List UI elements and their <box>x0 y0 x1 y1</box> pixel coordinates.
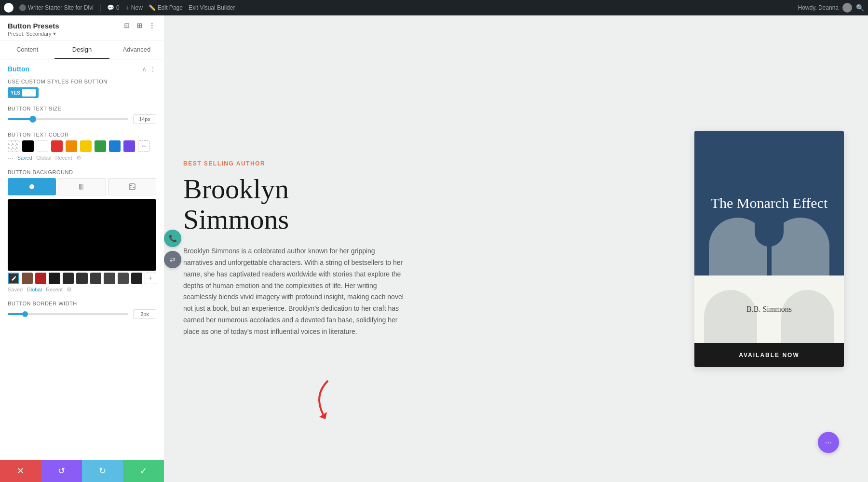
plus-icon: + <box>125 4 129 12</box>
redo-icon: ↻ <box>99 466 106 476</box>
color-red[interactable] <box>51 140 63 152</box>
custom-styles-field: Use Custom Styles For Button YES <box>8 79 156 98</box>
available-now-button[interactable]: AVAILABLE NOW <box>694 343 844 367</box>
new-link[interactable]: + New <box>125 4 143 12</box>
divi-phone-icon[interactable]: 📞 <box>164 230 181 247</box>
tab-content[interactable]: Content <box>0 41 54 59</box>
dots-icon: ··· <box>825 438 832 448</box>
more-icon[interactable]: ⋮ <box>148 21 156 30</box>
bg-type-row <box>8 178 156 195</box>
color-white[interactable] <box>37 140 48 152</box>
divi-swap-icon[interactable]: ⇄ <box>164 251 181 268</box>
color-black[interactable] <box>22 140 34 152</box>
preset-label: Preset: Secondary <box>8 31 52 37</box>
bg-brush-icon[interactable] <box>8 273 19 284</box>
wordpress-icon[interactable] <box>4 3 14 13</box>
top-bar-right: Howdy, Deanna 🔍 <box>798 3 865 13</box>
bg-color-btn[interactable] <box>8 178 56 195</box>
text-color-label: Button Text Color <box>8 132 156 138</box>
responsive-icon[interactable]: ⊡ <box>122 21 131 30</box>
text-size-value[interactable]: 14px <box>133 114 156 124</box>
section-more-icon[interactable]: ⋮ <box>149 65 156 73</box>
bg-swatch-9[interactable] <box>131 273 142 284</box>
tab-advanced[interactable]: Advanced <box>109 41 164 59</box>
top-bar: Writer Starter Site for Divi | 💬 0 + New… <box>0 0 868 15</box>
color-custom[interactable]: ✏ <box>138 140 149 152</box>
site-link[interactable]: Writer Starter Site for Divi <box>19 4 94 11</box>
bg-swatch-5[interactable] <box>76 273 87 284</box>
divi-options-fab[interactable]: ··· <box>818 432 839 453</box>
comment-icon: 💬 <box>107 4 114 11</box>
redo-button[interactable]: ↻ <box>82 460 123 482</box>
color-orange[interactable] <box>66 140 77 152</box>
recent-label[interactable]: Recent <box>55 155 72 161</box>
border-width-value[interactable]: 2px <box>133 309 156 319</box>
bg-saved-label[interactable]: Saved <box>8 287 23 292</box>
bg-image-btn[interactable] <box>108 178 156 195</box>
undo-button[interactable]: ↺ <box>41 460 82 482</box>
bg-field: Button Background <box>8 169 156 293</box>
svg-rect-3 <box>129 184 135 190</box>
close-button[interactable]: ✕ <box>0 460 41 482</box>
color-settings-icon[interactable]: ⚙ <box>76 154 81 161</box>
chevron-down-icon[interactable]: ▼ <box>53 31 57 36</box>
deco-notch <box>755 218 784 247</box>
columns-icon[interactable]: ⊞ <box>135 21 144 30</box>
bg-color-swatches: + <box>8 273 156 284</box>
svg-point-4 <box>130 185 132 186</box>
book-author: B.B. Simmons <box>746 305 792 314</box>
border-width-field: Button Border Width 2px <box>8 301 156 319</box>
bestselling-label: BEST SELLING AUTHOR <box>183 160 675 167</box>
text-size-label: Button Text Size <box>8 106 156 111</box>
section-header: Button ∧ ⋮ <box>8 65 156 73</box>
color-green[interactable] <box>95 140 106 152</box>
bg-swatch-3[interactable] <box>49 273 60 284</box>
bg-swatch-8[interactable] <box>118 273 129 284</box>
panel-title: Button Presets <box>8 22 59 30</box>
undo-icon: ↺ <box>58 466 65 476</box>
bg-label: Button Background <box>8 169 156 175</box>
user-avatar[interactable] <box>842 3 852 13</box>
bg-recent-label[interactable]: Recent <box>46 287 63 292</box>
bottom-bar: ✕ ↺ ↻ ✓ <box>0 460 164 482</box>
bg-swatch-1[interactable] <box>22 273 33 284</box>
book-card: The Monarch Effect B.B. Simmons AVAILABL… <box>694 131 844 367</box>
book-bottom-deco-right <box>781 290 834 343</box>
color-more-dots[interactable]: ··· <box>8 154 14 162</box>
bg-gradient-btn[interactable] <box>58 178 106 195</box>
tabs: Content Design Advanced <box>0 41 164 59</box>
panel-header: Button Presets ⊡ ⊞ ⋮ Preset: Secondary ▼ <box>0 15 164 41</box>
saved-label[interactable]: Saved <box>17 155 32 161</box>
comment-link[interactable]: 💬 0 <box>107 4 120 11</box>
bg-swatch-7[interactable] <box>104 273 115 284</box>
bg-settings-icon[interactable]: ⚙ <box>67 286 72 293</box>
bg-preview <box>8 199 156 271</box>
bg-swatch-4[interactable] <box>63 273 74 284</box>
color-yellow[interactable] <box>80 140 92 152</box>
color-blue[interactable] <box>109 140 121 152</box>
content-area: BEST SELLING AUTHOR BrooklynSimmons Broo… <box>164 15 868 482</box>
global-label[interactable]: Global <box>36 155 52 161</box>
bg-swatch-2[interactable] <box>35 273 46 284</box>
site-icon <box>19 4 26 11</box>
color-transparent[interactable] <box>8 140 19 152</box>
exit-builder-link[interactable]: Exit Visual Builder <box>189 4 235 11</box>
book-title: The Monarch Effect <box>701 193 838 212</box>
book-bottom: B.B. Simmons <box>694 275 844 343</box>
left-panel: Button Presets ⊡ ⊞ ⋮ Preset: Secondary ▼… <box>0 15 164 482</box>
color-purple[interactable] <box>123 140 135 152</box>
collapse-icon[interactable]: ∧ <box>142 65 147 73</box>
text-size-slider[interactable] <box>8 118 128 120</box>
border-width-slider[interactable] <box>8 313 128 315</box>
panel-icons: ⊡ ⊞ ⋮ <box>122 21 156 30</box>
text-size-field: Button Text Size 14px <box>8 106 156 124</box>
edit-page-link[interactable]: ✏️ Edit Page <box>149 4 183 11</box>
save-button[interactable]: ✓ <box>123 460 164 482</box>
custom-styles-toggle[interactable]: YES <box>8 87 39 98</box>
tab-design[interactable]: Design <box>54 41 109 59</box>
panel-body: Button ∧ ⋮ Use Custom Styles For Button … <box>0 59 164 460</box>
bg-global-label[interactable]: Global <box>27 287 42 292</box>
search-icon[interactable]: 🔍 <box>856 4 864 12</box>
bg-swatch-6[interactable] <box>90 273 101 284</box>
bg-add-swatch[interactable]: + <box>145 273 156 284</box>
